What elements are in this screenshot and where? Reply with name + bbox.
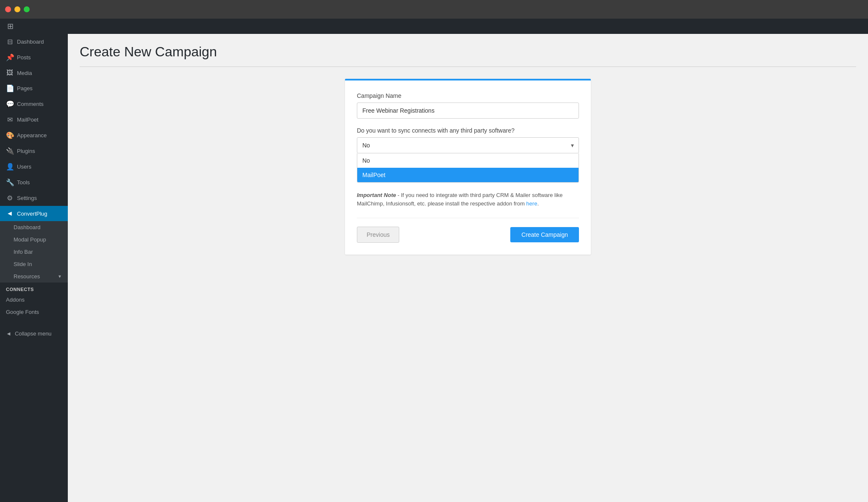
sidebar-sub-modal-popup[interactable]: Modal Popup xyxy=(0,233,68,246)
convertplug-icon: ◄ xyxy=(6,210,14,217)
sidebar-item-label: Dashboard xyxy=(17,39,44,45)
sidebar-submenu-convertplug: Dashboard Modal Popup Info Bar Slide In … xyxy=(0,221,68,283)
admin-bar: ⊞ xyxy=(68,19,868,34)
pages-icon: 📄 xyxy=(6,84,14,92)
dropdown-options-list: No MailPoet xyxy=(357,153,579,183)
content-area: Create New Campaign Campaign Name Do you… xyxy=(68,34,868,265)
dropdown-option-no[interactable]: No xyxy=(357,153,579,168)
sidebar-item-tools[interactable]: 🔧 Tools xyxy=(0,175,68,190)
sidebar-item-media[interactable]: 🖼 Media xyxy=(0,65,68,80)
sidebar-sub-info-bar[interactable]: Info Bar xyxy=(0,246,68,258)
sidebar-item-users[interactable]: 👤 Users xyxy=(0,159,68,175)
sync-label: Do you want to sync connects with any th… xyxy=(357,127,579,134)
sync-select[interactable]: No MailPoet xyxy=(357,137,579,153)
form-actions: Previous Create Campaign xyxy=(357,218,579,243)
sidebar-item-dashboard[interactable]: ⊟ Dashboard xyxy=(0,34,68,50)
important-note-link[interactable]: here xyxy=(526,200,537,207)
sidebar-sub-google-fonts[interactable]: Google Fonts xyxy=(0,306,68,318)
sidebar-item-mailpoet[interactable]: ✉ MailPoet xyxy=(0,112,68,128)
sidebar-item-convertplug[interactable]: ◄ ConvertPlug xyxy=(0,206,68,221)
important-note-label: Important Note xyxy=(357,192,396,198)
page-divider xyxy=(80,67,856,67)
title-bar xyxy=(0,0,868,19)
tools-icon: 🔧 xyxy=(6,178,14,186)
sidebar-item-label: ConvertPlug xyxy=(17,211,47,217)
posts-icon: 📌 xyxy=(6,53,14,61)
sidebar-item-settings[interactable]: ⚙ Settings xyxy=(0,190,68,206)
sidebar-item-label: Media xyxy=(17,70,32,76)
important-note: Important Note - If you need to integrat… xyxy=(357,191,579,208)
app-container: ⊟ Dashboard 📌 Posts 🖼 Media 📄 Pages 💬 Co… xyxy=(0,19,868,502)
page-title: Create New Campaign xyxy=(80,44,856,60)
sidebar-item-appearance[interactable]: 🎨 Appearance xyxy=(0,128,68,143)
dropdown-option-mailpoet[interactable]: MailPoet xyxy=(357,168,579,182)
sidebar-item-label: Users xyxy=(17,164,31,170)
settings-icon: ⚙ xyxy=(6,194,14,202)
sidebar: ⊟ Dashboard 📌 Posts 🖼 Media 📄 Pages 💬 Co… xyxy=(0,19,68,502)
comments-icon: 💬 xyxy=(6,100,14,108)
sync-select-wrapper: No MailPoet ▾ xyxy=(357,137,579,153)
users-icon: 👤 xyxy=(6,163,14,171)
plugins-icon: 🔌 xyxy=(6,147,14,155)
sidebar-item-pages[interactable]: 📄 Pages xyxy=(0,80,68,96)
dashboard-icon: ⊟ xyxy=(6,38,14,46)
create-campaign-button[interactable]: Create Campaign xyxy=(510,227,579,242)
collapse-icon: ◄ xyxy=(6,330,11,337)
sidebar-item-plugins[interactable]: 🔌 Plugins xyxy=(0,143,68,159)
sidebar-sub-resources[interactable]: Resources ▼ xyxy=(0,270,68,283)
sidebar-item-label: Settings xyxy=(17,195,37,201)
previous-button[interactable]: Previous xyxy=(357,227,399,243)
sidebar-item-label: MailPoet xyxy=(17,116,39,123)
sidebar-sub-dashboard[interactable]: Dashboard xyxy=(0,221,68,233)
sidebar-item-label: Comments xyxy=(17,101,44,107)
minimize-button[interactable] xyxy=(14,6,20,12)
sidebar-item-label: Appearance xyxy=(17,132,47,139)
campaign-name-input[interactable] xyxy=(357,103,579,119)
sidebar-item-posts[interactable]: 📌 Posts xyxy=(0,50,68,65)
connects-section-label: Connects xyxy=(0,283,68,294)
campaign-name-label: Campaign Name xyxy=(357,92,579,99)
maximize-button[interactable] xyxy=(24,6,30,12)
campaign-form-card: Campaign Name Do you want to sync connec… xyxy=(345,79,591,255)
sidebar-item-label: Tools xyxy=(17,179,30,186)
sidebar-item-label: Posts xyxy=(17,54,31,61)
media-icon: 🖼 xyxy=(6,69,14,77)
resources-arrow-icon: ▼ xyxy=(58,274,62,279)
sidebar-sub-slide-in[interactable]: Slide In xyxy=(0,258,68,270)
main-content: ⊞ Create New Campaign Campaign Name Do y… xyxy=(68,19,868,502)
collapse-menu-button[interactable]: ◄ Collapse menu xyxy=(0,327,68,341)
sidebar-sub-addons[interactable]: Addons xyxy=(0,294,68,306)
mailpoet-icon: ✉ xyxy=(6,116,14,124)
appearance-icon: 🎨 xyxy=(6,131,14,139)
sidebar-item-label: Pages xyxy=(17,85,33,92)
sidebar-item-label: Plugins xyxy=(17,148,35,154)
close-button[interactable] xyxy=(5,6,11,12)
sidebar-item-comments[interactable]: 💬 Comments xyxy=(0,96,68,112)
